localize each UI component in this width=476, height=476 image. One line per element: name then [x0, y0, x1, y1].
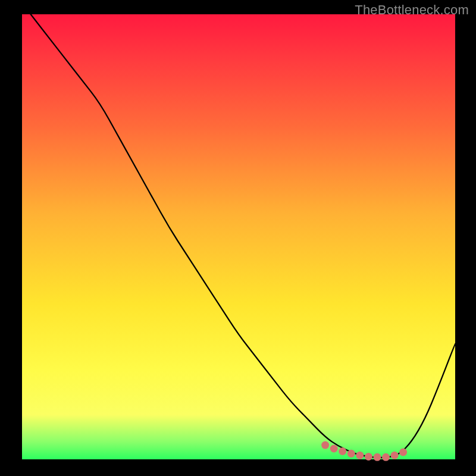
- optimum-dot: [374, 453, 381, 461]
- chart-frame: TheBottleneck.com: [0, 0, 476, 476]
- optimum-band-dots: [321, 441, 407, 461]
- bottleneck-curve: [31, 14, 455, 458]
- optimum-dot: [330, 445, 338, 453]
- optimum-dot: [321, 441, 329, 449]
- optimum-dot: [356, 452, 364, 459]
- chart-overlay: [22, 14, 455, 459]
- optimum-dot: [382, 453, 390, 461]
- optimum-dot: [339, 447, 346, 455]
- optimum-dot: [365, 453, 372, 461]
- optimum-dot: [391, 452, 399, 459]
- optimum-dot: [347, 450, 355, 458]
- watermark-text: TheBottleneck.com: [355, 2, 469, 18]
- optimum-dot: [399, 449, 407, 456]
- chart-plot-area: [22, 14, 455, 459]
